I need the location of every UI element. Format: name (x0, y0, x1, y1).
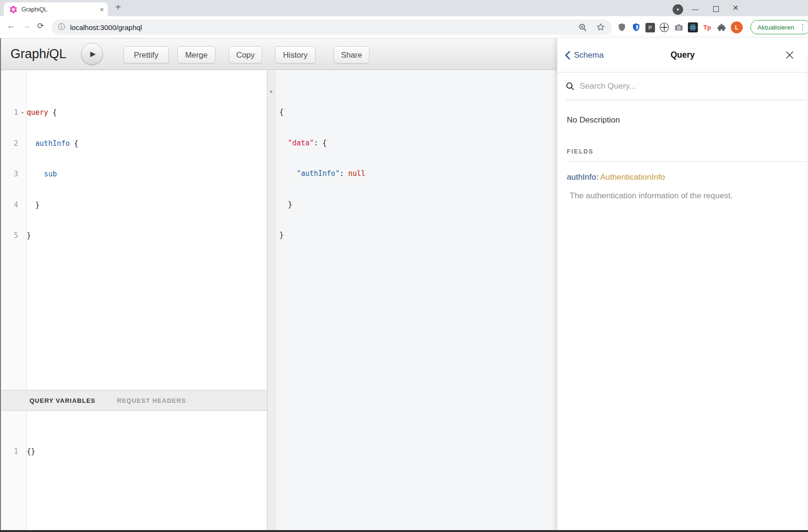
merge-button[interactable]: Merge (177, 46, 215, 63)
fields-section-header: FIELDS (567, 148, 798, 155)
tab-close-icon[interactable]: × (100, 6, 104, 13)
browser-menu-kebab-icon[interactable]: ⋮ (799, 23, 806, 31)
field-name-link[interactable]: authInfo (567, 173, 596, 182)
line-number: 5 (1, 231, 18, 241)
secondary-editor-tabbar: QUERY VARIABLES REQUEST HEADERS (1, 390, 267, 411)
execute-query-button[interactable]: ▶ (81, 43, 103, 65)
code-line: 4 } (1, 200, 267, 211)
address-bar[interactable]: ⓘ localhost:3000/graphql (51, 20, 612, 35)
browser-window: GraphiQL × + ▼ × ← → ⟳ ⓘ localhost:3000/… (0, 0, 808, 532)
profile-avatar[interactable]: L (731, 21, 743, 33)
prettify-button[interactable]: Prettify (123, 46, 169, 63)
bookmark-star-icon[interactable] (596, 22, 605, 32)
field-description: The authentication information of the re… (567, 191, 798, 201)
line-number: 2 (1, 139, 18, 149)
react-devtools-extension-icon[interactable] (688, 22, 698, 32)
doc-close-icon[interactable] (786, 51, 794, 59)
history-button[interactable]: History (275, 46, 316, 63)
window-maximize-button[interactable] (713, 6, 719, 12)
variables-code[interactable]: 1 {} (1, 411, 267, 478)
code-line: } (279, 200, 557, 210)
browser-tab[interactable]: GraphiQL × (4, 2, 108, 16)
window-bottom-edge (0, 530, 808, 532)
p-extension-icon[interactable]: P (645, 23, 655, 32)
fields-divider (567, 161, 806, 162)
code-line: "authInfo": null (279, 169, 557, 179)
zoom-icon[interactable] (578, 23, 587, 32)
share-button[interactable]: Share (334, 46, 369, 63)
graphiql-logo: GraphiQL (10, 47, 66, 61)
extensions-puzzle-icon[interactable] (716, 22, 726, 32)
variables-editor[interactable]: 1 {} (1, 411, 267, 530)
code-line: { (279, 107, 557, 118)
editor-result-divider[interactable]: ▾ (267, 71, 276, 530)
page-info-icon[interactable]: ⓘ (58, 23, 65, 31)
forward-icon[interactable]: → (22, 20, 31, 31)
chrome-circle-chevron-icon[interactable]: ▼ (673, 4, 683, 15)
reload-icon[interactable]: ⟳ (37, 21, 44, 31)
doc-search-row (566, 72, 806, 100)
code-line: 1 {} (1, 447, 267, 457)
doc-search-input[interactable] (580, 82, 780, 91)
result-code: { "data": { "authInfo": null } } (276, 71, 557, 261)
tab-query-variables[interactable]: QUERY VARIABLES (30, 397, 95, 404)
doc-scrollbar-track[interactable] (807, 55, 807, 530)
code-line: 5 } (1, 231, 267, 241)
new-tab-button[interactable]: + (115, 2, 121, 13)
search-icon (566, 82, 574, 91)
bitwarden-extension-icon[interactable] (631, 22, 641, 32)
tab-request-headers[interactable]: REQUEST HEADERS (117, 397, 186, 404)
tab-title: GraphiQL (21, 6, 100, 13)
play-icon: ▶ (90, 50, 96, 58)
tp-extension-icon[interactable]: Tp (702, 22, 712, 32)
update-button[interactable]: Aktualisieren ⋮ (750, 20, 808, 34)
graphql-favicon-icon (10, 6, 17, 13)
ublock-extension-icon[interactable] (617, 22, 627, 32)
doc-title: Query (557, 38, 808, 72)
code-line: 3 sub (1, 169, 267, 180)
code-line: 2 authInfo { (1, 139, 267, 149)
code-line: } (279, 230, 557, 241)
window-minimize-button[interactable] (692, 10, 698, 10)
result-viewer: { "data": { "authInfo": null } } (276, 71, 557, 530)
line-number: 1 (1, 447, 18, 457)
line-number: 4 (1, 200, 18, 211)
field-row: authInfo: AuthenticationInfo (567, 173, 798, 182)
line-number: 3 (1, 169, 18, 180)
update-button-label: Aktualisieren (757, 24, 794, 31)
doc-explorer-panel: Schema Query No Description FIELDS authI… (557, 38, 808, 530)
fold-arrow-icon[interactable]: ▾ (18, 108, 27, 118)
back-icon[interactable]: ← (7, 20, 16, 31)
code-line: "data": { (279, 138, 557, 149)
url-text[interactable]: localhost:3000/graphql (70, 23, 142, 31)
result-fold-arrow-icon[interactable]: ▾ (267, 89, 275, 95)
window-close-button[interactable]: × (733, 2, 738, 13)
doc-explorer-header: Schema Query (557, 38, 808, 72)
browser-toolbar: ← → ⟳ ⓘ localhost:3000/graphql P (0, 16, 808, 38)
code-line: 1 ▾ query { (1, 108, 267, 118)
no-description-text: No Description (567, 115, 798, 125)
extensions-row: P (617, 21, 743, 33)
copy-button[interactable]: Copy (229, 46, 262, 63)
doc-body: No Description FIELDS authInfo: Authenti… (557, 100, 808, 201)
query-code[interactable]: 1 ▾ query { 2 authInfo { 3 sub 4 } 5 (1, 71, 267, 262)
field-type-link[interactable]: AuthenticationInfo (600, 173, 665, 182)
tab-strip: GraphiQL × + ▼ × (0, 0, 808, 16)
crosshair-extension-icon[interactable] (659, 22, 669, 32)
camera-extension-icon[interactable] (674, 22, 684, 32)
line-number: 1 (1, 108, 18, 118)
